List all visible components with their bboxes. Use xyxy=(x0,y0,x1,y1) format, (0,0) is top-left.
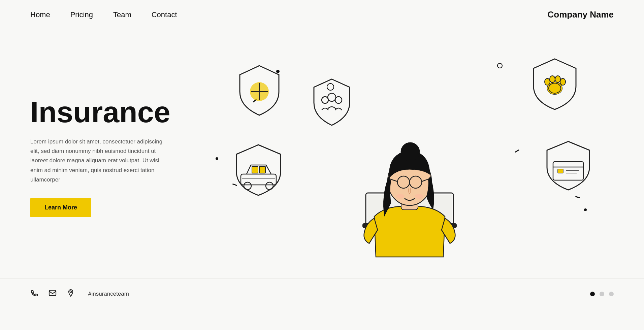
svg-point-13 xyxy=(560,78,566,85)
nav-contact[interactable]: Contact xyxy=(152,10,177,19)
card-shield-icon xyxy=(543,139,593,191)
svg-point-11 xyxy=(550,76,555,82)
svg-rect-16 xyxy=(252,166,258,173)
nav-links: Home Pricing Team Contact xyxy=(30,10,177,19)
svg-point-12 xyxy=(555,76,560,82)
svg-point-42 xyxy=(415,194,423,199)
svg-rect-43 xyxy=(49,290,56,296)
svg-point-41 xyxy=(396,194,404,199)
pet-shield-icon xyxy=(529,56,580,112)
pagination-dot-2[interactable] xyxy=(600,292,604,296)
svg-point-44 xyxy=(70,291,72,293)
nav-team[interactable]: Team xyxy=(113,10,131,19)
deco-dot-3 xyxy=(584,208,587,211)
svg-point-18 xyxy=(244,182,251,190)
pagination-dots xyxy=(590,292,614,296)
email-icon xyxy=(49,289,57,299)
nav-home[interactable]: Home xyxy=(30,10,50,19)
svg-point-34 xyxy=(401,142,420,161)
hero-text: Insurance Lorem ipsum dolor sit amet, co… xyxy=(30,97,205,217)
navbar: Home Pricing Team Contact Company Name xyxy=(0,0,644,29)
location-icon xyxy=(67,289,75,299)
deco-dot-2 xyxy=(216,157,218,160)
footer-left: #insuranceteam xyxy=(30,289,129,299)
nav-pricing[interactable]: Pricing xyxy=(70,10,93,19)
learn-more-button[interactable]: Learn More xyxy=(30,198,91,217)
pagination-dot-3[interactable] xyxy=(609,292,614,296)
svg-point-19 xyxy=(266,182,273,190)
footer: #insuranceteam xyxy=(0,278,644,309)
pagination-dot-1[interactable] xyxy=(590,292,595,296)
car-shield-icon xyxy=(232,142,285,198)
company-name: Company Name xyxy=(548,9,614,20)
deco-dash-4 xyxy=(575,196,580,198)
svg-rect-17 xyxy=(259,166,265,173)
hero-illustration xyxy=(205,43,614,272)
health-shield-icon xyxy=(236,63,283,117)
svg-point-6 xyxy=(328,93,336,101)
svg-point-10 xyxy=(545,78,550,85)
hero-description: Lorem ipsum dolor sit amet, consectetuer… xyxy=(30,137,165,184)
deco-circle-2 xyxy=(497,63,503,68)
svg-point-14 xyxy=(549,83,561,93)
character-illustration xyxy=(322,102,497,265)
phone-icon xyxy=(30,289,38,299)
deco-dash-3 xyxy=(515,150,519,153)
svg-rect-15 xyxy=(241,174,276,185)
svg-rect-23 xyxy=(558,169,563,173)
hero-title: Insurance xyxy=(30,97,205,127)
footer-hashtag: #insuranceteam xyxy=(88,291,129,297)
hero-section: Insurance Lorem ipsum dolor sit amet, co… xyxy=(0,29,644,278)
